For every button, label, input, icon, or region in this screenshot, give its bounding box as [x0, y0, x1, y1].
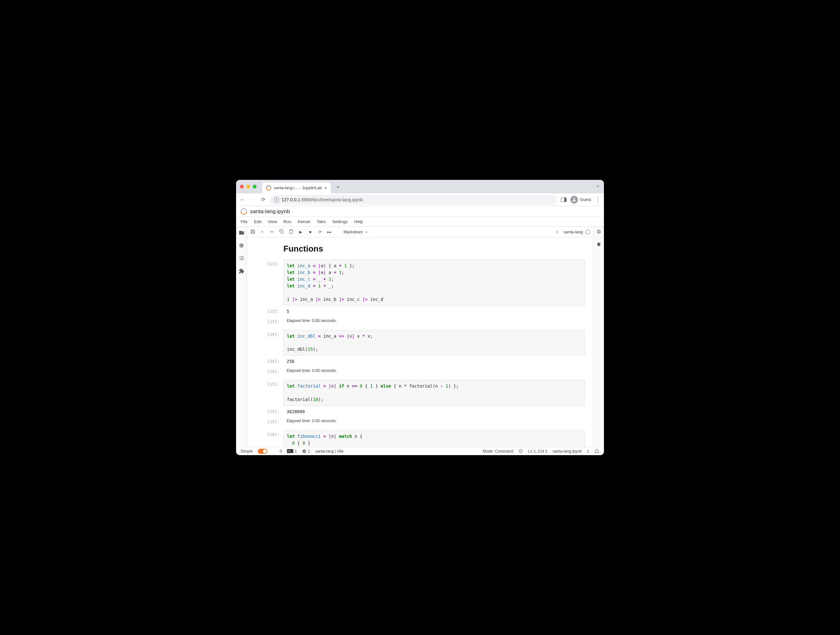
folder-icon[interactable]: [238, 230, 245, 236]
input-prompt: [16]:: [255, 430, 283, 447]
tab-title: santa-lang.i… - JupyterLab: [274, 185, 322, 190]
site-info-icon[interactable]: i: [274, 197, 279, 202]
menu-tabs[interactable]: Tabs: [317, 219, 326, 224]
profile-label: Guest: [580, 197, 591, 202]
menu-view[interactable]: View: [268, 219, 277, 224]
insert-cell-button[interactable]: +: [260, 230, 265, 234]
svg-rect-3: [291, 230, 292, 230]
input-prompt: [13]:: [255, 260, 283, 306]
mode-indicator[interactable]: Mode: Command: [483, 449, 513, 453]
running-icon[interactable]: [238, 242, 245, 249]
jl-titlebar: santa-lang.ipynb: [236, 206, 604, 217]
code-cell[interactable]: [13]:let inc_a = |a| { a + 1 }; let inc_…: [255, 260, 585, 306]
input-prompt: [15]:: [255, 380, 283, 406]
timing-row: [14]:Elapsed time: 0.00 seconds.: [255, 367, 585, 374]
elapsed-time: Elapsed time: 0.00 seconds.: [283, 417, 585, 424]
run-all-button[interactable]: ▸▸: [327, 230, 332, 234]
kernel-status-text[interactable]: santa-lang | Idle: [315, 449, 344, 453]
code-editor[interactable]: let factorial = |n| if n == 0 { 1 } else…: [283, 380, 585, 406]
simple-mode-label: Simple: [240, 449, 253, 453]
side-panel-button[interactable]: [561, 198, 567, 202]
elapsed-time: Elapsed time: 0.00 seconds.: [283, 317, 585, 324]
back-button[interactable]: ←: [239, 197, 246, 203]
reload-button[interactable]: ⟳: [260, 196, 266, 203]
input-prompt: [14]:: [255, 330, 283, 356]
simple-mode-toggle[interactable]: [258, 449, 267, 454]
browser-window: santa-lang.i… - JupyterLab × + ← → ⟳ i 1…: [236, 180, 604, 455]
code-editor[interactable]: let inc_dbl = inc_a >> |x| x * x; inc_db…: [283, 330, 585, 356]
status-bar: Simple 0 >_ 1 1 santa-lang | Idle Mode: …: [236, 447, 604, 455]
jupyter-favicon: [265, 184, 273, 192]
extensions-icon[interactable]: [238, 268, 245, 274]
left-sidebar: [236, 226, 247, 447]
code-cell[interactable]: [14]:let inc_dbl = inc_a >> |x| x * x; i…: [255, 330, 585, 356]
output-row: [15]:3628800: [255, 407, 585, 416]
toc-icon[interactable]: [238, 255, 245, 261]
menu-kernel[interactable]: Kernel: [298, 219, 310, 224]
output-prompt: [15]:: [255, 407, 283, 416]
kernel-status-icon: [585, 230, 590, 234]
output-prompt: [14]:: [255, 357, 283, 366]
chrome-menu-button[interactable]: ⋮: [595, 199, 601, 200]
avatar-icon: [570, 196, 578, 204]
cell-type-select[interactable]: Markdown: [344, 230, 368, 234]
jl-menubar: File Edit View Run Kernel Tabs Settings …: [236, 217, 604, 226]
interrupt-button[interactable]: ■: [308, 230, 313, 234]
address-bar[interactable]: i 127.0.0.1:8888/doc/tree/santa-lang.ipy…: [270, 195, 557, 204]
tabs-dropdown-button[interactable]: [595, 184, 600, 190]
window-controls: [240, 185, 257, 188]
url-text: 127.0.0.1:8888/doc/tree/santa-lang.ipynb: [281, 197, 363, 202]
kernel-icon: [302, 449, 306, 453]
new-tab-button[interactable]: +: [333, 184, 342, 191]
kernel-name-label: santa-lang: [563, 230, 583, 234]
output-row: [13]:5: [255, 307, 585, 316]
code-cell[interactable]: [16]:let fibonacci = |n| match n { 0 { 0…: [255, 430, 585, 447]
cell-type-label: Markdown: [344, 230, 363, 234]
menu-edit[interactable]: Edit: [254, 219, 261, 224]
status-doc-count: 1: [587, 449, 589, 453]
copy-button[interactable]: [279, 229, 284, 234]
kernels-item[interactable]: 1: [302, 449, 310, 453]
zoom-window-button[interactable]: [253, 185, 257, 188]
markdown-heading[interactable]: Functions: [283, 244, 585, 254]
terminal-icon: >_: [287, 449, 293, 453]
timing-row: [15]:Elapsed time: 0.00 seconds.: [255, 417, 585, 424]
notebook-area[interactable]: Functions [13]:let inc_a = |a| { a + 1 }…: [247, 238, 593, 447]
code-cell[interactable]: [15]:let factorial = |n| if n == 0 { 1 }…: [255, 380, 585, 406]
menu-file[interactable]: File: [240, 219, 248, 224]
trusted-shield-icon[interactable]: [518, 449, 523, 453]
save-button[interactable]: [250, 229, 255, 235]
code-editor[interactable]: let inc_a = |a| { a + 1 }; let inc_b = |…: [283, 260, 585, 306]
right-sidebar: [593, 226, 604, 447]
close-window-button[interactable]: [240, 185, 244, 188]
cut-button[interactable]: ✂: [269, 230, 275, 234]
close-tab-button[interactable]: ×: [324, 185, 327, 190]
browser-tab[interactable]: santa-lang.i… - JupyterLab ×: [262, 182, 331, 193]
output-prompt: [13]:: [255, 307, 283, 316]
terminals-item[interactable]: >_ 1: [287, 449, 297, 453]
menu-help[interactable]: Help: [354, 219, 363, 224]
execute-result: 5: [283, 307, 585, 316]
code-editor[interactable]: let fibonacci = |n| match n { 0 { 0 } 1 …: [283, 430, 585, 447]
profile-button[interactable]: Guest: [570, 196, 591, 204]
cursor-position[interactable]: Ln 1, Col 1: [528, 449, 547, 453]
svg-rect-1: [240, 245, 242, 247]
trust-icon[interactable]: ✻: [555, 230, 559, 234]
minimize-window-button[interactable]: [246, 185, 250, 188]
jupyterlab-app: santa-lang.ipynb File Edit View Run Kern…: [236, 206, 604, 455]
kernel-indicator[interactable]: santa-lang: [563, 230, 590, 234]
debugger-icon[interactable]: [596, 242, 602, 248]
svg-rect-2: [281, 231, 283, 233]
menu-run[interactable]: Run: [283, 219, 291, 224]
execute-result: 3628800: [283, 407, 585, 416]
forward-button: →: [249, 197, 256, 203]
paste-button[interactable]: [289, 229, 294, 234]
restart-button[interactable]: ⟳: [317, 230, 322, 234]
status-doc-name[interactable]: santa-lang.ipynb: [553, 449, 582, 453]
menu-settings[interactable]: Settings: [332, 219, 348, 224]
jupyter-logo-icon: [239, 207, 248, 216]
bell-icon[interactable]: [594, 449, 600, 454]
run-button[interactable]: ▶: [298, 230, 303, 234]
open-tabs-count[interactable]: 0: [279, 449, 282, 453]
property-inspector-icon[interactable]: [596, 229, 602, 235]
